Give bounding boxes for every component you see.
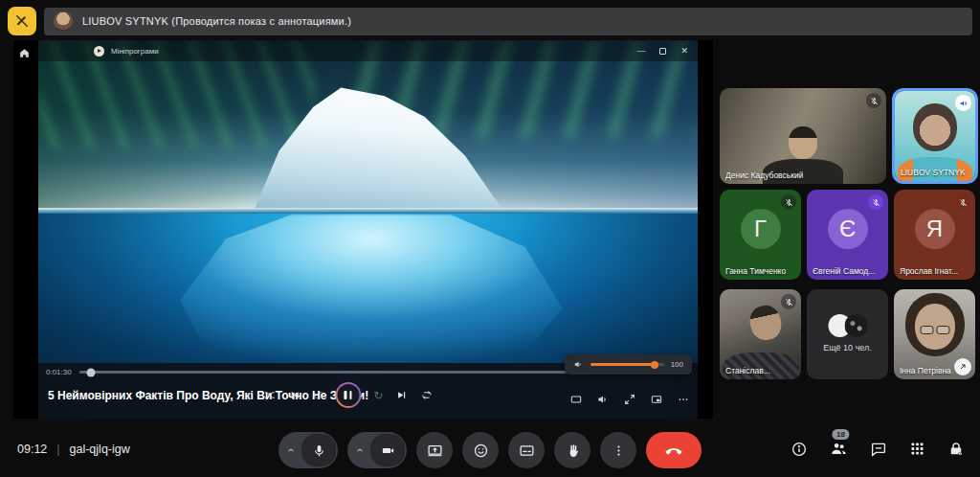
overflow-participants-tile[interactable]: Ещё 10 чел. [807, 289, 888, 379]
expand-tile-button[interactable] [954, 358, 971, 375]
meeting-code: gal-qjlq-igw [70, 443, 130, 456]
annotation-toggle-button[interactable] [8, 7, 36, 35]
mic-off-icon [955, 194, 970, 210]
current-time: 0:01:30 [46, 368, 72, 376]
participant-tile-yaroslav[interactable]: Я Ярослав Ігнат... [894, 190, 975, 280]
participant-video [720, 88, 886, 184]
skip-forward-icon[interactable]: ↻ [373, 390, 383, 401]
repeat-icon[interactable] [420, 389, 433, 401]
volume-value: 100 [671, 360, 683, 369]
participant-tile-inna[interactable]: Інна Петрівна [894, 289, 975, 379]
avatar: Г [741, 209, 781, 249]
maximize-icon[interactable] [659, 48, 666, 55]
minimize-icon[interactable]: — [636, 46, 645, 56]
participant-name: Інна Петрівна [900, 366, 951, 375]
volume-slider[interactable] [590, 363, 664, 366]
audio-output-icon [955, 95, 971, 111]
people-panel-button[interactable]: 18 [830, 440, 848, 458]
picture-in-picture-icon[interactable] [650, 393, 663, 406]
mic-off-icon [781, 194, 796, 210]
annotation-banner: LIUBOV SYTNYK (Проводится показ с аннота… [8, 7, 972, 35]
participant-count-badge: 18 [832, 429, 850, 440]
volume-handle[interactable] [651, 361, 658, 369]
avatar: Я [915, 209, 955, 249]
chat-panel-button[interactable] [870, 441, 887, 458]
participant-name: LIUBOV SYTNYK [901, 168, 966, 177]
present-screen-button[interactable] [416, 432, 453, 468]
overflow-count-label: Ещё 10 чел. [807, 343, 888, 352]
participant-name: Ярослав Ігнат... [900, 266, 958, 276]
fullscreen-icon[interactable] [623, 393, 636, 406]
window-title: Мініпрограми [111, 47, 630, 56]
player-titlebar: Мініпрограми — ✕ [38, 40, 698, 61]
volume-icon[interactable] [596, 393, 610, 406]
participant-name: Денис Кадубовський [725, 170, 803, 180]
skip-back-icon[interactable]: ↺ [313, 390, 323, 401]
mic-control[interactable] [278, 432, 338, 468]
more-options-icon[interactable] [677, 393, 690, 406]
meet-bottom-bar: 09:12 | gal-qjlq-igw [0, 425, 980, 477]
previous-track-icon[interactable] [288, 389, 301, 401]
participant-name: Євгеній Самод... [813, 266, 875, 276]
host-controls-lock-button[interactable] [947, 441, 965, 458]
avatar: Є [828, 209, 868, 249]
media-player-window: Мініпрограми — ✕ 0:01:30 5 Неймовірних Ф… [38, 40, 698, 419]
mini-player-icon[interactable] [569, 393, 583, 406]
media-app-icon [94, 46, 104, 57]
volume-popup: 100 [565, 354, 692, 375]
meeting-info: 09:12 | gal-qjlq-igw [17, 443, 130, 456]
more-options-button[interactable] [600, 432, 636, 468]
close-icon[interactable]: ✕ [680, 46, 688, 56]
activities-grid-button[interactable] [909, 441, 925, 457]
participant-tile-stanislav[interactable]: Станіслав... [720, 289, 801, 379]
presenter-avatar [54, 11, 73, 31]
shared-screen-region: Мініпрограми — ✕ 0:01:30 5 Неймовірних Ф… [13, 40, 713, 419]
participant-tile-denis[interactable]: Денис Кадубовський [720, 88, 886, 184]
player-controls-bar: 0:01:30 5 Неймовірних Фактів Про Воду, Я… [38, 363, 698, 419]
pen-off-icon [14, 13, 30, 29]
clock-time: 09:12 [17, 443, 47, 456]
mic-off-icon [868, 194, 883, 210]
camera-icon[interactable] [370, 434, 405, 466]
participant-tile-yevhenii[interactable]: Є Євгеній Самод... [807, 190, 888, 280]
pause-button[interactable] [335, 382, 361, 408]
call-controls [278, 432, 702, 468]
reactions-button[interactable] [462, 432, 499, 468]
participant-name: Ганна Тимченко [725, 266, 786, 276]
end-call-button[interactable] [646, 432, 702, 468]
meeting-panels: 18 [791, 440, 965, 458]
chevron-up-icon[interactable] [280, 445, 301, 455]
presenter-status-bar: LIUBOV SYTNYK (Проводится показ с аннота… [44, 8, 972, 35]
presenter-status-text: LIUBOV SYTNYK (Проводится показ с аннота… [82, 15, 351, 27]
overflow-avatars [828, 314, 867, 337]
shuffle-icon[interactable] [263, 389, 276, 401]
next-track-icon[interactable] [395, 389, 408, 401]
mic-icon[interactable] [301, 434, 336, 466]
participant-tile-hanna[interactable]: Г Ганна Тимченко [720, 190, 801, 280]
meeting-details-button[interactable] [791, 441, 808, 458]
mic-off-icon [781, 294, 796, 309]
volume-fill [590, 363, 655, 366]
mic-off-icon [866, 93, 881, 108]
raise-hand-button[interactable] [554, 432, 590, 468]
chevron-up-icon[interactable] [349, 445, 370, 455]
home-icon[interactable] [18, 47, 31, 59]
divider: | [56, 443, 59, 456]
participant-name: Станіслав... [725, 366, 770, 375]
camera-control[interactable] [347, 432, 407, 468]
seek-handle[interactable] [87, 368, 96, 376]
speaker-icon [573, 359, 584, 370]
captions-button[interactable] [508, 432, 545, 468]
participant-tile-liubov-speaking[interactable]: LIUBOV SYTNYK [892, 88, 978, 184]
